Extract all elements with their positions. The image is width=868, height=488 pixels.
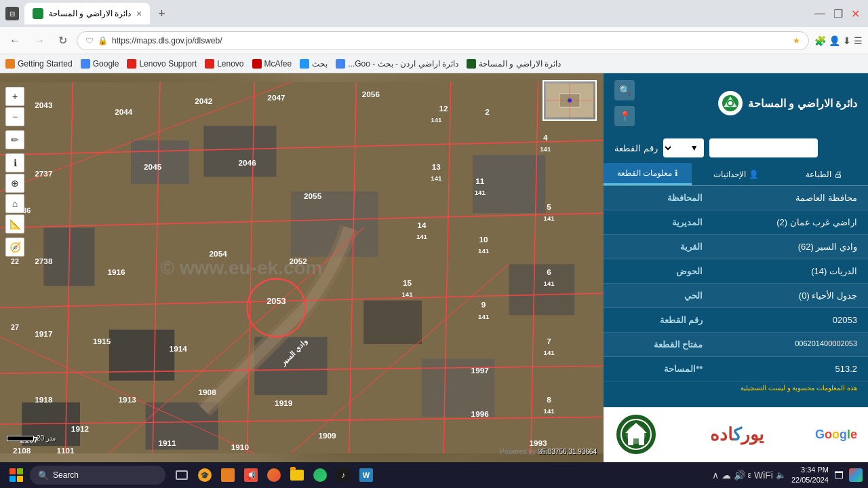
network-icon[interactable]: ε xyxy=(748,470,751,480)
svg-text:2045: 2045 xyxy=(144,162,162,171)
bookmark-lenovo[interactable]: Lenovo xyxy=(205,59,243,69)
svg-text:1997: 1997 xyxy=(471,366,490,375)
svg-text:12: 12 xyxy=(439,104,449,113)
tab-coordinates[interactable]: 👤 الإحداثيات xyxy=(692,163,780,185)
scale-label: 20 متر xyxy=(37,434,56,442)
bookmark-lenovo-support[interactable]: Lenovo Support xyxy=(127,59,197,69)
taskbar-up-arrow[interactable]: ∧ xyxy=(712,470,719,481)
profile-icon[interactable]: 👤 xyxy=(829,35,840,46)
cortana-app[interactable]: 🎓 xyxy=(194,464,216,486)
svg-text:2047: 2047 xyxy=(267,93,285,102)
layers-button[interactable]: ⊕ xyxy=(5,174,24,193)
panel-search-button[interactable]: 🔍 xyxy=(614,80,635,100)
bookmark-search-ar[interactable]: بحث xyxy=(300,59,328,69)
map-controls: + − ✏ ℹ ⊕ ⌂ 📐 🧭 xyxy=(5,87,24,257)
svg-text:141: 141 xyxy=(544,214,555,222)
address-bar[interactable]: 🛡 🔒 https://maps.dls.gov.jo/dlsweb/ ★ xyxy=(77,31,809,50)
svg-text:141: 141 xyxy=(478,313,490,320)
basin-value: الدريات (14) xyxy=(713,259,868,283)
zoom-out-button[interactable]: − xyxy=(5,107,24,126)
svg-rect-8 xyxy=(363,301,422,344)
bookmark-star-icon[interactable]: ★ xyxy=(793,36,800,45)
firefox-app[interactable] xyxy=(263,464,285,486)
svg-text:2044: 2044 xyxy=(115,107,133,116)
bookmark-getting-started[interactable]: Getting Started xyxy=(5,59,73,69)
svg-text:2108: 2108 xyxy=(13,446,31,455)
svg-text:27: 27 xyxy=(11,323,19,331)
zoom-in-button[interactable]: + xyxy=(5,87,24,106)
bookmark-favicon xyxy=(252,59,262,69)
downloads-icon[interactable]: ⬇ xyxy=(843,35,851,46)
browser2-app[interactable] xyxy=(309,464,331,486)
panel-pin-button[interactable]: 📍 xyxy=(614,106,635,126)
minimize-button[interactable]: — xyxy=(812,5,828,23)
bookmark-dls[interactable]: دائرة الاراضي و المساحة xyxy=(467,59,561,69)
svg-text:141: 141 xyxy=(401,290,413,298)
map-area[interactable]: 2043 2044 2042 2047 2056 2737 2045 2046 … xyxy=(0,73,604,462)
close-window-button[interactable]: ✕ xyxy=(848,5,863,23)
svg-text:1919: 1919 xyxy=(275,398,293,407)
measure-button[interactable]: 📐 xyxy=(5,214,24,233)
browser-chrome: ⊟ دائرة الاراضي و المساحة × + — ❐ ✕ ← → … xyxy=(0,0,868,73)
area-value: 513.2 xyxy=(713,357,868,381)
bookmark-favicon xyxy=(467,59,476,69)
parcel-type-dropdown[interactable]: ▼ xyxy=(663,138,704,157)
svg-text:141: 141 xyxy=(544,407,555,415)
taskview-icon xyxy=(176,470,188,480)
svg-rect-3 xyxy=(203,126,276,176)
directorate-label: المديرية xyxy=(604,210,713,234)
browser2-icon xyxy=(313,468,327,482)
speaker-icon[interactable]: 🔊 xyxy=(734,470,745,481)
map-scale: 20 متر xyxy=(7,434,56,442)
tab-close-button[interactable]: × xyxy=(136,8,142,19)
explorer-app[interactable] xyxy=(286,464,308,486)
notification-icon: 📢 xyxy=(244,468,258,482)
compass-button[interactable]: 🧭 xyxy=(5,238,24,257)
wifi-icon[interactable]: WiFi xyxy=(754,470,773,481)
tab-print[interactable]: 🖨 الطباعة xyxy=(780,163,868,185)
pin-icon: 📍 xyxy=(619,111,631,121)
notification-app[interactable]: 📢 xyxy=(240,464,262,486)
svg-text:5: 5 xyxy=(547,202,551,211)
svg-text:2043: 2043 xyxy=(35,100,53,109)
google-logo: Google xyxy=(815,428,857,442)
svg-text:11: 11 xyxy=(475,176,485,185)
audio-icon[interactable]: 🔈 xyxy=(776,470,786,480)
svg-rect-6 xyxy=(109,330,175,381)
new-tab-button[interactable]: + xyxy=(153,7,171,21)
svg-text:1908: 1908 xyxy=(198,388,216,396)
refresh-button[interactable]: ↻ xyxy=(54,31,71,50)
parcel-number-input[interactable] xyxy=(709,138,818,157)
forward-button[interactable]: → xyxy=(30,32,49,50)
svg-text:9: 9 xyxy=(481,300,486,309)
taskview-button[interactable] xyxy=(171,464,193,486)
word-app[interactable]: W xyxy=(355,464,377,486)
panel-header: 🔍 📍 دائرة الاراضي و المساحة xyxy=(604,73,868,133)
extensions-icon[interactable]: 🧩 xyxy=(814,35,826,46)
svg-text:10: 10 xyxy=(479,235,489,244)
bookmark-mcafee[interactable]: McAfee xyxy=(252,59,292,69)
back-button[interactable]: ← xyxy=(5,32,24,50)
info-button[interactable]: ℹ xyxy=(5,153,24,172)
panel-title: دائرة الاراضي و المساحة xyxy=(748,97,857,110)
taskbar-search-box[interactable]: 🔍 Search xyxy=(30,466,165,485)
tiktok-app[interactable]: ♪ xyxy=(332,464,354,486)
home-button[interactable]: ⌂ xyxy=(5,194,24,213)
start-button[interactable] xyxy=(5,464,27,486)
notification-center-icon[interactable]: 🗖 xyxy=(834,470,844,481)
files-app[interactable] xyxy=(217,464,239,486)
cloud-icon[interactable]: ☁ xyxy=(722,470,731,481)
menu-icon[interactable]: ☰ xyxy=(854,35,863,46)
draw-tool-button[interactable]: ✏ xyxy=(5,130,24,149)
time-display[interactable]: 3:34 PM 22/05/2024 xyxy=(791,465,829,486)
bookmark-google[interactable]: Google xyxy=(81,59,119,69)
taskbar-search-label: Search xyxy=(53,470,79,480)
tab-parcel-info[interactable]: ℹ معلومات القطعة xyxy=(604,163,692,185)
active-tab[interactable]: دائرة الاراضي و المساحة × xyxy=(24,3,150,24)
svg-point-97 xyxy=(728,101,732,105)
restore-button[interactable]: ❐ xyxy=(831,5,846,23)
tab-bar: ⊟ دائرة الاراضي و المساحة × + — ❐ ✕ xyxy=(0,0,868,27)
color-picker-icon[interactable] xyxy=(849,468,863,482)
bookmark-dls-search[interactable]: دائرة اراضي اردن - بحث - Goo... xyxy=(336,59,458,69)
mini-map[interactable] xyxy=(542,80,597,121)
